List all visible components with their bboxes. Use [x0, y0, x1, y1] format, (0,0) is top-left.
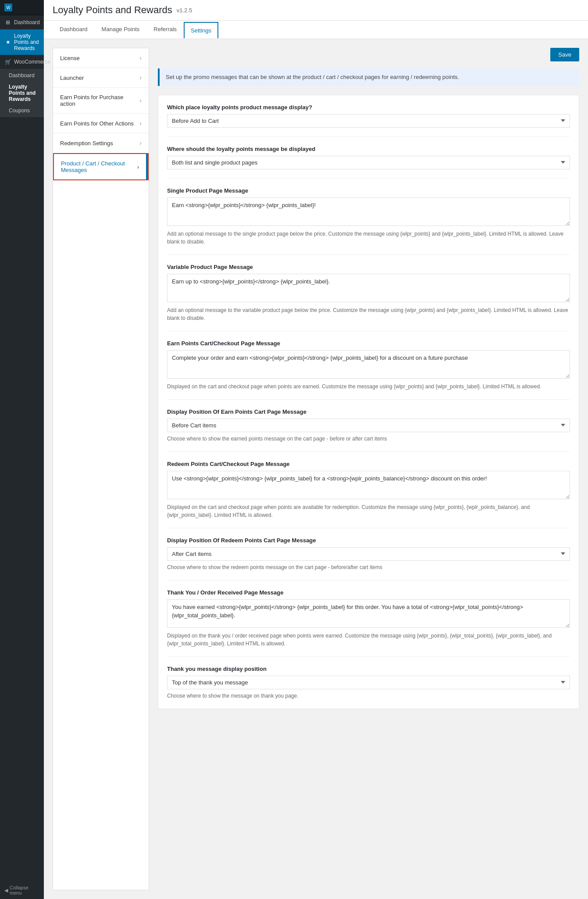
tab-manage-points[interactable]: Manage Points — [95, 21, 147, 39]
sidebar-sub-loyalty[interactable]: Loyalty Points and Rewards — [0, 81, 44, 105]
chevron-icon: › — [139, 74, 142, 81]
main-content: Loyalty Points and Rewards v1.2.5 Dashbo… — [44, 0, 588, 899]
earn-cart-position-label: Display Position Of Earn Points Cart Pag… — [167, 408, 570, 415]
thankyou-hint: Displayed on the thank you / order recei… — [167, 632, 570, 648]
variable-product-hint: Add an optional message to the variable … — [167, 306, 570, 322]
redeem-position-select[interactable]: Before Cart items After Cart items — [167, 547, 570, 561]
earn-cart-position-row: Display Position Of Earn Points Cart Pag… — [167, 408, 570, 452]
redeem-cart-label: Redeem Points Cart/Checkout Page Message — [167, 461, 570, 467]
sidebar-item-loyalty[interactable]: ★ Loyalty Points and Rewards — [0, 29, 44, 55]
chevron-icon: › — [139, 140, 142, 147]
loyalty-icon: ★ — [4, 39, 11, 46]
display-pages-label: Where should the loyalty points message … — [167, 146, 570, 152]
redeem-position-row: Display Position Of Redeem Points Cart P… — [167, 537, 570, 580]
chevron-icon: › — [137, 164, 139, 170]
earn-cart-position-hint: Choose where to show the earned points m… — [167, 435, 570, 443]
left-panel: License › Launcher › Earn Points for Pur… — [53, 48, 149, 890]
dashboard-icon: ⊞ — [4, 19, 11, 26]
earn-cart-row: Earn Points Cart/Checkout Page Message C… — [167, 340, 570, 400]
thankyou-textarea[interactable]: You have earned <strong>{wlpr_points}</s… — [167, 599, 570, 628]
redeem-cart-hint: Displayed on the cart and checkout page … — [167, 503, 570, 519]
page-title: Loyalty Points and Rewards — [53, 4, 172, 16]
thankyou-position-select[interactable]: Top of the thank you message Bottom of t… — [167, 676, 570, 689]
tab-referrals[interactable]: Referrals — [146, 21, 184, 39]
single-product-textarea[interactable]: Earn <strong>{wlpr_points}</strong> {wlp… — [167, 197, 570, 226]
tab-dashboard[interactable]: Dashboard — [53, 21, 95, 39]
variable-product-row: Variable Product Page Message Earn up to… — [167, 264, 570, 331]
left-panel-earn-other[interactable]: Earn Points for Other Actions › — [53, 114, 149, 133]
page-version: v1.2.5 — [177, 7, 192, 14]
left-panel-earn-purchase[interactable]: Earn Points for Purchase action › — [53, 88, 149, 114]
info-box: Set up the promo messages that can be sh… — [158, 68, 579, 86]
single-product-row: Single Product Page Message Earn <strong… — [167, 187, 570, 255]
single-product-label: Single Product Page Message — [167, 187, 570, 194]
chevron-icon: › — [139, 54, 142, 61]
form-section: Which place loyalty points product messa… — [158, 95, 579, 709]
left-panel-license[interactable]: License › — [53, 48, 149, 68]
sidebar-item-woocommerce[interactable]: 🛒 WooCommerce — [0, 55, 44, 69]
single-product-hint: Add an optional message to the single pr… — [167, 230, 570, 246]
chevron-icon: › — [139, 120, 142, 127]
left-panel-redemption[interactable]: Redemption Settings › — [53, 133, 149, 153]
thankyou-position-hint: Choose where to show the message on than… — [167, 692, 570, 700]
chevron-icon: › — [139, 97, 142, 104]
product-placement-select[interactable]: Before Add to Cart After Add to Cart Bef… — [167, 114, 570, 128]
redeem-position-label: Display Position Of Redeem Points Cart P… — [167, 537, 570, 544]
display-pages-select[interactable]: Both list and single product pages Singl… — [167, 156, 570, 169]
display-pages-row: Where should the loyalty points message … — [167, 146, 570, 179]
woo-icon: 🛒 — [4, 58, 11, 65]
thankyou-label: Thank You / Order Received Page Message — [167, 589, 570, 596]
left-panel-launcher[interactable]: Launcher › — [53, 68, 149, 88]
sidebar-sub-dashboard[interactable]: Dashboard — [0, 70, 44, 81]
earn-cart-textarea[interactable]: Complete your order and earn <strong>{wl… — [167, 350, 570, 379]
earn-cart-hint: Displayed on the cart and checkout page … — [167, 383, 570, 390]
left-panel-cart-checkout[interactable]: Product / Cart / Checkout Messages › — [53, 153, 149, 180]
tab-settings[interactable]: Settings — [184, 22, 218, 38]
redeem-cart-textarea[interactable]: Use <strong>{wlpr_points}</strong> {wlpr… — [167, 471, 570, 499]
sidebar: W ⊞ Dashboard ★ Loyalty Points and Rewar… — [0, 0, 44, 899]
product-placement-row: Which place loyalty points product messa… — [167, 104, 570, 137]
earn-cart-position-select[interactable]: Before Cart items After Cart items — [167, 419, 570, 432]
redeem-position-hint: Choose where to show the redeem points m… — [167, 563, 570, 571]
product-placement-label: Which place loyalty points product messa… — [167, 104, 570, 111]
save-bar: Save — [158, 48, 579, 61]
variable-product-label: Variable Product Page Message — [167, 264, 570, 270]
right-panel: Save Set up the promo messages that can … — [158, 48, 579, 890]
sidebar-logo: W — [0, 0, 44, 15]
sidebar-sub-coupons[interactable]: Coupons — [0, 105, 44, 116]
content-area: License › Launcher › Earn Points for Pur… — [44, 39, 588, 899]
collapse-icon: ◀ — [4, 888, 8, 893]
active-indicator — [146, 154, 148, 179]
sidebar-item-dashboard[interactable]: ⊞ Dashboard — [0, 15, 44, 29]
thankyou-position-row: Thank you message display position Top o… — [167, 666, 570, 700]
collapse-menu-button[interactable]: ◀ Collapse menu — [0, 881, 44, 899]
tab-nav: Dashboard Manage Points Referrals Settin… — [44, 21, 588, 39]
variable-product-textarea[interactable]: Earn up to <strong>{wlpr_points}</strong… — [167, 274, 570, 302]
thankyou-row: Thank You / Order Received Page Message … — [167, 589, 570, 657]
thankyou-position-label: Thank you message display position — [167, 666, 570, 672]
save-button[interactable]: Save — [550, 48, 579, 61]
page-header: Loyalty Points and Rewards v1.2.5 — [44, 0, 588, 21]
redeem-cart-row: Redeem Points Cart/Checkout Page Message… — [167, 461, 570, 528]
earn-cart-label: Earn Points Cart/Checkout Page Message — [167, 340, 570, 347]
wp-icon: W — [4, 4, 12, 11]
